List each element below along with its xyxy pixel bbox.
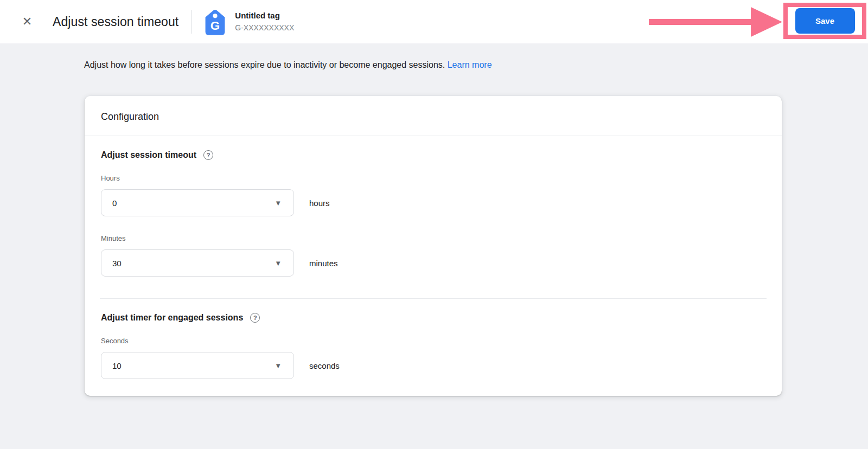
tag-text: Untitled tag G-XXXXXXXXXX (235, 10, 294, 33)
tag-measurement-id: G-XXXXXXXXXX (235, 23, 294, 33)
arrow-annotation-icon (648, 4, 783, 39)
help-glyph: ? (253, 315, 257, 321)
intro-text: Adjust how long it takes before sessions… (84, 60, 868, 70)
tag-info: G Untitled tag G-XXXXXXXXXX (203, 8, 294, 36)
seconds-select[interactable]: 10 ▼ (101, 352, 294, 379)
hours-unit: hours (309, 198, 330, 208)
section-heading: Adjust timer for engaged sessions ? (101, 313, 765, 323)
save-highlight-annotation: Save (783, 3, 866, 39)
minutes-unit: minutes (309, 259, 338, 268)
seconds-row: 10 ▼ seconds (101, 352, 765, 379)
header-left: ✕ Adjust session timeout G Untitled tag … (0, 8, 294, 36)
header-divider (192, 10, 192, 34)
chevron-down-icon: ▼ (275, 200, 282, 207)
google-tag-icon: G (203, 8, 227, 36)
save-highlight-inner: Save (788, 7, 862, 35)
field-hours: Hours 0 ▼ hours (101, 174, 765, 216)
minutes-label: Minutes (101, 234, 765, 242)
learn-more-link[interactable]: Learn more (448, 60, 492, 69)
hours-value: 0 (112, 198, 117, 208)
configuration-card: Configuration Adjust session timeout ? H… (85, 96, 782, 396)
section-heading-label: Adjust timer for engaged sessions (101, 313, 243, 323)
section-heading: Adjust session timeout ? (101, 150, 765, 160)
hours-label: Hours (101, 174, 765, 182)
close-button[interactable]: ✕ (20, 14, 35, 29)
close-icon: ✕ (22, 15, 32, 28)
tag-name: Untitled tag (235, 10, 294, 21)
tag-letter: G (210, 18, 220, 32)
tag-hole (213, 14, 218, 18)
dialog-header: ✕ Adjust session timeout G Untitled tag … (0, 0, 868, 43)
field-seconds: Seconds 10 ▼ seconds (101, 337, 765, 379)
section-engaged-sessions: Adjust timer for engaged sessions ? Seco… (85, 299, 782, 396)
minutes-select[interactable]: 30 ▼ (101, 249, 294, 277)
arrow-head (751, 7, 782, 37)
seconds-value: 10 (112, 361, 122, 370)
minutes-row: 30 ▼ minutes (101, 249, 765, 277)
seconds-unit: seconds (309, 361, 340, 370)
card-title: Configuration (85, 96, 782, 136)
section-session-timeout: Adjust session timeout ? Hours 0 ▼ hours… (85, 136, 782, 298)
seconds-label: Seconds (101, 337, 765, 345)
help-icon[interactable]: ? (203, 150, 213, 160)
intro-description: Adjust how long it takes before sessions… (84, 60, 445, 69)
save-button[interactable]: Save (795, 8, 855, 34)
help-icon[interactable]: ? (250, 313, 260, 323)
section-heading-label: Adjust session timeout (101, 150, 196, 160)
hours-select[interactable]: 0 ▼ (101, 189, 294, 216)
field-minutes: Minutes 30 ▼ minutes (101, 234, 765, 277)
chevron-down-icon: ▼ (275, 362, 282, 369)
page-title: Adjust session timeout (53, 15, 178, 29)
help-glyph: ? (207, 152, 210, 158)
minutes-value: 30 (112, 259, 122, 268)
hours-row: 0 ▼ hours (101, 189, 765, 216)
chevron-down-icon: ▼ (275, 260, 282, 267)
arrow-shaft (649, 19, 752, 25)
